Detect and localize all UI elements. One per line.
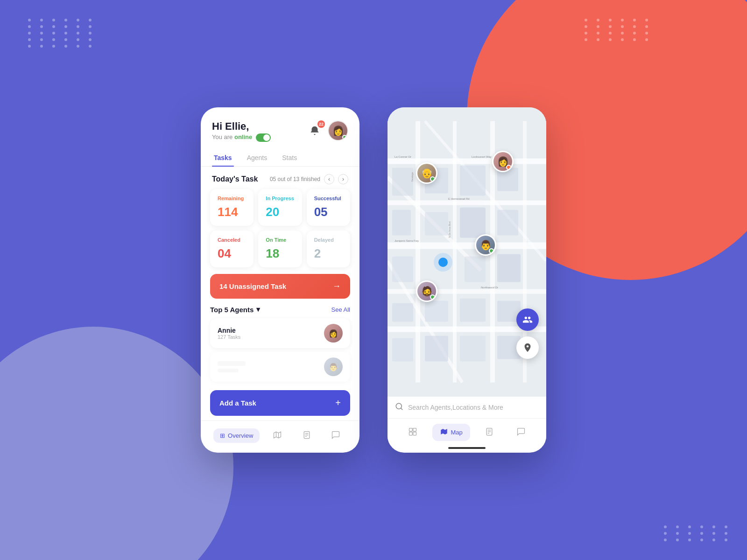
svg-rect-8 <box>388 289 546 294</box>
agents-title: Top 5 Agents ▾ <box>210 305 260 314</box>
unassigned-banner[interactable]: 14 Unassigned Task → <box>210 274 350 299</box>
add-task-label: Add a Task <box>219 399 256 407</box>
agent-info-2 <box>218 361 246 372</box>
svg-text:Northwood Dr: Northwood Dr <box>481 286 498 289</box>
bell-badge: 22 <box>317 120 325 128</box>
bell-button[interactable]: 22 <box>306 122 323 139</box>
tab-stats[interactable]: Stats <box>280 149 299 166</box>
svg-rect-25 <box>392 257 413 282</box>
stat-canceled-label: Canceled <box>218 237 246 243</box>
map-home-indicator <box>448 447 486 449</box>
todays-task-title: Today's Task <box>212 175 258 183</box>
avatar-online-indicator <box>342 135 347 140</box>
map-nav-chat-icon <box>516 427 526 438</box>
map-nav-icon <box>273 430 282 441</box>
agents-header: Top 5 Agents ▾ See All <box>210 305 350 314</box>
see-all-button[interactable]: See All <box>331 306 350 313</box>
svg-rect-48 <box>413 432 416 435</box>
nav-overview[interactable]: ⊞ Overview <box>213 428 260 443</box>
map-marker-2[interactable]: 👩 <box>492 151 514 172</box>
left-phone: Hi Ellie, You are online 22 <box>201 107 359 453</box>
add-task-button[interactable]: Add a Task + <box>210 390 350 416</box>
chat-nav-icon <box>331 430 340 441</box>
nav-map[interactable] <box>266 427 289 445</box>
stat-successful-label: Successful <box>314 196 343 201</box>
stats-grid: Remaining 114 In Progress 20 Successful … <box>201 189 359 267</box>
tab-agents[interactable]: Agents <box>245 149 269 166</box>
agent-info: Annie 127 Tasks <box>218 327 240 340</box>
dropdown-icon[interactable]: ▾ <box>256 305 260 314</box>
overview-icon: ⊞ <box>220 432 225 439</box>
agents-fab-button[interactable] <box>516 308 539 331</box>
agent-item[interactable]: Annie 127 Tasks 👩 <box>210 318 350 348</box>
greeting: Hi Ellie, You are online <box>212 120 271 142</box>
map-tab-label: Map <box>451 429 463 436</box>
agent-avatar-2: 👨 <box>324 357 343 376</box>
unassigned-arrow-icon: → <box>332 281 341 291</box>
svg-rect-5 <box>388 159 546 164</box>
stat-remaining: Remaining 114 <box>210 189 254 226</box>
marker-1-status <box>430 176 435 182</box>
svg-rect-30 <box>460 299 486 322</box>
svg-text:Saratoga: Saratoga <box>411 172 414 182</box>
location-fab-button[interactable] <box>516 336 539 359</box>
user-avatar: 👩 <box>328 120 348 141</box>
svg-rect-10 <box>416 121 420 383</box>
stat-ontime-label: On Time <box>266 237 294 243</box>
svg-rect-46 <box>413 428 416 432</box>
svg-rect-33 <box>425 336 448 362</box>
nav-prev-button[interactable]: ‹ <box>324 174 334 184</box>
agent-name-placeholder <box>218 361 246 366</box>
svg-text:La Conner Dr: La Conner Dr <box>395 155 411 158</box>
tab-tasks[interactable]: Tasks <box>212 149 234 166</box>
greeting-status: You are online <box>212 133 271 142</box>
stat-canceled: Canceled 04 <box>210 231 254 267</box>
task-progress-text: 05 out of 13 finished <box>270 176 320 182</box>
svg-rect-29 <box>425 301 448 322</box>
svg-rect-11 <box>453 121 457 383</box>
svg-text:N De Anza Blvd: N De Anza Blvd <box>448 221 451 238</box>
map-nav-map[interactable]: Map <box>432 424 470 441</box>
stat-delayed-label: Delayed <box>314 237 343 243</box>
phone-header: Hi Ellie, You are online 22 <box>201 107 359 149</box>
nav-tasks[interactable] <box>296 427 318 445</box>
stat-inprogress-label: In Progress <box>266 196 294 201</box>
nav-next-button[interactable]: › <box>338 174 348 184</box>
stat-successful-value: 05 <box>314 205 343 219</box>
svg-rect-24 <box>497 210 518 236</box>
map-nav-tasks[interactable] <box>477 423 501 441</box>
map-tab-icon <box>440 427 448 437</box>
online-label: online <box>234 133 252 140</box>
svg-rect-21 <box>392 210 411 236</box>
map-nav-overview[interactable] <box>401 423 425 441</box>
map-search-bar: Search Agents,Locations & More <box>388 396 546 418</box>
online-toggle[interactable] <box>256 133 271 142</box>
map-marker-1[interactable]: 👴 <box>416 162 437 184</box>
plus-icon: + <box>335 398 341 408</box>
phones-container: Hi Ellie, You are online 22 <box>0 0 747 560</box>
unassigned-text: 14 Unassigned Task <box>219 282 286 290</box>
overview-label: Overview <box>228 432 253 439</box>
map-area[interactable]: La Conner Dr Locksunart Way E Homestead … <box>388 107 546 396</box>
location-fab-icon <box>522 343 533 353</box>
search-icon <box>395 402 403 413</box>
stat-delayed-value: 2 <box>314 246 343 261</box>
map-marker-4[interactable]: 🧔 <box>416 280 437 302</box>
stat-ontime: On Time 18 <box>258 231 302 267</box>
svg-rect-45 <box>409 428 412 432</box>
agent-item-2: 👨 <box>210 352 350 382</box>
map-nav-tasks-icon <box>485 427 494 438</box>
map-bottom-nav: Map <box>388 418 546 445</box>
map-phone-content: La Conner Dr Locksunart Way E Homestead … <box>388 107 546 453</box>
nav-chat[interactable] <box>324 427 347 445</box>
svg-rect-23 <box>460 208 486 238</box>
map-nav-chat[interactable] <box>509 423 533 441</box>
search-input[interactable]: Search Agents,Locations & More <box>408 404 539 411</box>
agents-fab-icon <box>522 315 533 325</box>
map-marker-3[interactable]: 👨 <box>475 234 496 256</box>
svg-text:Junipero Serra Fwy: Junipero Serra Fwy <box>395 239 419 242</box>
agent-tasks: 127 Tasks <box>218 334 240 340</box>
svg-rect-47 <box>409 432 412 435</box>
tabs-container: Tasks Agents Stats <box>201 149 359 167</box>
right-phone: La Conner Dr Locksunart Way E Homestead … <box>388 107 546 453</box>
